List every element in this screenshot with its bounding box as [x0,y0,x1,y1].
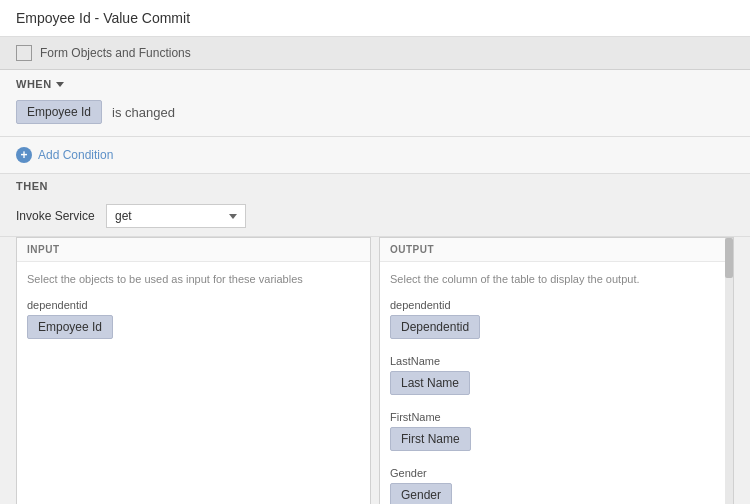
input-panel: INPUT Select the objects to be used as i… [16,237,371,504]
output-panel: OUTPUT Select the column of the table to… [379,237,734,504]
input-panel-header: INPUT [17,238,370,262]
scrollbar-thumb[interactable] [725,238,733,278]
then-section: Invoke Service get [0,196,750,237]
add-condition-row[interactable]: + Add Condition [0,137,750,174]
output-panel-body: Select the column of the table to displa… [380,262,733,504]
condition-badge[interactable]: Empoyee Id [16,100,102,124]
output-field-group: dependentidDependentid [390,299,717,347]
service-dropdown[interactable]: get [106,204,246,228]
input-panel-desc: Select the objects to be used as input f… [27,272,360,287]
when-row: Empoyee Id is changed [16,100,734,124]
output-panel-desc: Select the column of the table to displa… [390,272,717,287]
dropdown-arrow-icon [229,214,237,219]
form-objects-bar[interactable]: Form Objects and Functions [0,37,750,70]
output-fields: dependentidDependentidLastNameLast NameF… [390,299,717,504]
when-section: WHEN Empoyee Id is changed [0,70,750,137]
input-field-group: dependentidEmpoyee Id [27,299,360,347]
input-field-label: dependentid [27,299,360,311]
output-field-label: dependentid [390,299,717,311]
form-objects-icon [16,45,32,61]
then-label: THEN [0,174,750,196]
when-header[interactable]: WHEN [16,78,734,90]
invoke-service-label: Invoke Service [16,209,96,223]
panels-row: INPUT Select the objects to be used as i… [0,237,750,504]
is-changed-text: is changed [112,105,175,120]
output-field-group: GenderGender [390,467,717,504]
output-field-group: LastNameLast Name [390,355,717,403]
output-field-badge[interactable]: Last Name [390,371,470,395]
output-field-badge[interactable]: Gender [390,483,452,504]
service-value: get [115,209,132,223]
add-condition-label[interactable]: Add Condition [38,148,113,162]
when-chevron-icon [56,82,64,87]
output-field-label: FirstName [390,411,717,423]
output-field-badge[interactable]: First Name [390,427,471,451]
output-field-badge[interactable]: Dependentid [390,315,480,339]
output-panel-header: OUTPUT [380,238,733,262]
form-objects-label: Form Objects and Functions [40,46,191,60]
when-label: WHEN [16,78,52,90]
page-title: Empoyee Id - Value Commit [0,0,750,37]
plus-icon: + [16,147,32,163]
input-panel-body: Select the objects to be used as input f… [17,262,370,504]
scrollbar-track[interactable] [725,238,733,504]
input-fields: dependentidEmpoyee Id [27,299,360,347]
input-field-badge[interactable]: Empoyee Id [27,315,113,339]
output-field-label: Gender [390,467,717,479]
output-field-group: FirstNameFirst Name [390,411,717,459]
output-field-label: LastName [390,355,717,367]
